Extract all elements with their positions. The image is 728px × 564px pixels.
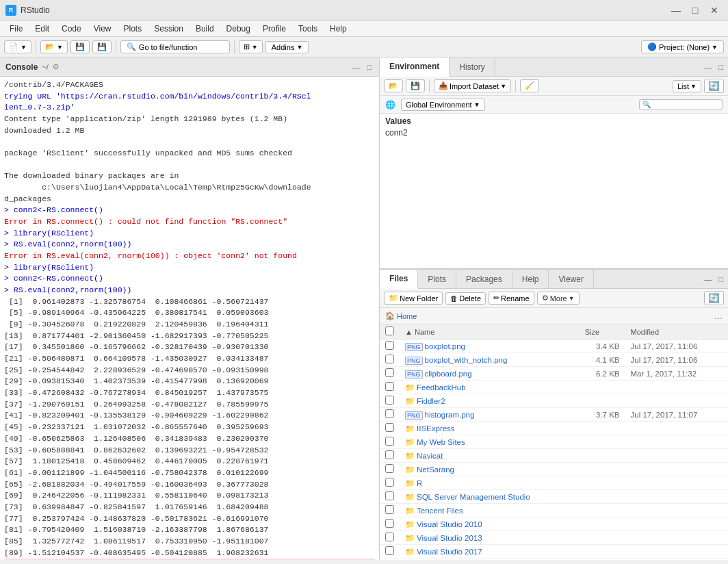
file-name-link[interactable]: Visual Studio 2013 (417, 534, 482, 542)
file-name-link[interactable]: NetSarang (417, 465, 454, 474)
menu-profile[interactable]: Profile (257, 23, 291, 35)
save-all-button[interactable]: 💾 (92, 40, 112, 53)
menu-edit[interactable]: Edit (29, 23, 55, 35)
file-name-link[interactable]: Visual Studio 2010 (417, 520, 482, 528)
row-checkbox-cell[interactable] (380, 381, 400, 394)
row-checkbox[interactable] (385, 546, 394, 555)
rename-button[interactable]: ✏ Rename (489, 292, 534, 305)
row-checkbox-cell[interactable] (380, 517, 400, 531)
file-name-link[interactable]: Tencent Files (417, 507, 463, 515)
row-checkbox[interactable] (385, 355, 394, 363)
row-checkbox-cell[interactable] (380, 476, 400, 490)
menu-debug[interactable]: Debug (221, 23, 256, 35)
tab-environment[interactable]: Environment (380, 57, 450, 77)
tab-plots[interactable]: Plots (418, 270, 456, 288)
file-name-link[interactable]: histogram.png (425, 411, 475, 419)
global-env-select[interactable]: Global Environment ▼ (401, 99, 485, 111)
menu-view[interactable]: View (88, 23, 117, 35)
file-name-link[interactable]: IISExpress (417, 424, 455, 433)
row-checkbox-cell[interactable] (380, 490, 400, 504)
row-checkbox[interactable] (385, 368, 394, 377)
goto-file-button[interactable]: 🔍 Go to file/function (120, 40, 230, 53)
save-workspace-button[interactable]: 💾 (406, 79, 425, 92)
select-all-checkbox[interactable] (385, 326, 394, 335)
files-maximize-btn[interactable]: □ (716, 274, 725, 284)
menu-file[interactable]: File (4, 23, 28, 35)
row-checkbox[interactable] (385, 437, 394, 446)
file-name-link[interactable]: R (417, 479, 422, 487)
tab-viewer[interactable]: Viewer (549, 270, 593, 288)
home-link[interactable]: 🏠 Home (385, 311, 417, 320)
terminal-icon[interactable]: ⊙ (53, 62, 59, 71)
menu-plots[interactable]: Plots (118, 23, 148, 35)
menu-build[interactable]: Build (190, 23, 220, 35)
file-name-link[interactable]: Navicat (417, 452, 443, 460)
row-checkbox-cell[interactable] (380, 394, 400, 408)
row-checkbox[interactable] (385, 382, 394, 391)
file-name-link[interactable]: boxplot.png (425, 342, 465, 350)
console-minimize-btn[interactable]: — (350, 62, 362, 72)
more-button[interactable]: ⚙ More ▼ (537, 292, 580, 305)
save-button[interactable]: 💾 (70, 40, 90, 53)
tab-history[interactable]: History (450, 57, 495, 76)
new-folder-button[interactable]: 📁 New Folder (384, 292, 443, 305)
clear-env-button[interactable]: 🧹 (520, 79, 539, 92)
minimize-button[interactable]: — (668, 3, 684, 17)
row-checkbox-cell[interactable] (380, 504, 400, 517)
row-checkbox[interactable] (385, 505, 394, 514)
load-workspace-button[interactable]: 📂 (384, 79, 403, 92)
row-checkbox-cell[interactable] (380, 435, 400, 449)
row-checkbox[interactable] (385, 409, 394, 418)
row-checkbox-cell[interactable] (380, 339, 400, 353)
file-name-link[interactable]: FeedbackHub (417, 383, 466, 392)
file-name-link[interactable]: boxplot_with_notch.png (425, 356, 508, 364)
row-checkbox[interactable] (385, 491, 394, 500)
delete-button[interactable]: 🗑 Delete (445, 292, 486, 305)
row-checkbox-cell[interactable] (380, 353, 400, 367)
tab-help[interactable]: Help (512, 270, 549, 288)
files-minimize-btn[interactable]: — (702, 274, 714, 284)
more-options-icon[interactable]: … (714, 311, 723, 321)
import-dataset-button[interactable]: 📥 Import Dataset ▼ (434, 79, 511, 92)
open-button[interactable]: 📂 ▼ (40, 40, 68, 53)
row-checkbox-cell[interactable] (380, 531, 400, 545)
row-checkbox-cell[interactable] (380, 449, 400, 463)
file-name-link[interactable]: My Web Sites (417, 438, 465, 446)
tab-files[interactable]: Files (380, 270, 418, 289)
env-maximize-btn[interactable]: □ (716, 62, 725, 72)
row-checkbox-cell[interactable] (380, 463, 400, 476)
menu-help[interactable]: Help (324, 23, 352, 35)
list-view-button[interactable]: List ▼ (673, 80, 701, 92)
row-checkbox[interactable] (385, 464, 394, 473)
close-button[interactable]: ✕ (706, 3, 723, 17)
file-name-link[interactable]: SQL Server Management Studio (417, 493, 530, 501)
new-file-button[interactable]: 📄 ▼ (4, 40, 31, 53)
menu-code[interactable]: Code (56, 23, 87, 35)
refresh-button[interactable]: 🔄 (704, 79, 724, 93)
grid-button[interactable]: ⊞ ▼ (239, 40, 263, 53)
row-checkbox[interactable] (385, 396, 394, 405)
row-checkbox-cell[interactable] (380, 545, 400, 559)
row-checkbox[interactable] (385, 341, 394, 350)
files-refresh-button[interactable]: 🔄 (704, 291, 724, 305)
file-name-link[interactable]: Visual Studio 2017 (417, 548, 482, 556)
row-checkbox[interactable] (385, 450, 394, 459)
addins-button[interactable]: Addins ▼ (265, 41, 309, 53)
row-checkbox-cell[interactable] (380, 422, 400, 435)
row-checkbox-cell[interactable] (380, 408, 400, 422)
env-minimize-btn[interactable]: — (702, 62, 714, 72)
row-checkbox[interactable] (385, 519, 394, 528)
row-checkbox[interactable] (385, 478, 394, 487)
env-search-bar[interactable]: 🔍 (639, 99, 723, 110)
row-checkbox-cell[interactable] (380, 367, 400, 381)
file-name-link[interactable]: clipboard.png (425, 370, 472, 378)
project-button[interactable]: 🔵 Project: (None) ▼ (641, 40, 724, 53)
row-checkbox[interactable] (385, 423, 394, 432)
menu-session[interactable]: Session (148, 23, 189, 35)
menu-tools[interactable]: Tools (293, 23, 323, 35)
row-checkbox[interactable] (385, 533, 394, 541)
console-maximize-btn[interactable]: □ (365, 62, 374, 72)
maximize-button[interactable]: □ (687, 3, 703, 17)
tab-packages[interactable]: Packages (456, 270, 512, 288)
file-name-link[interactable]: Fiddler2 (417, 397, 445, 405)
